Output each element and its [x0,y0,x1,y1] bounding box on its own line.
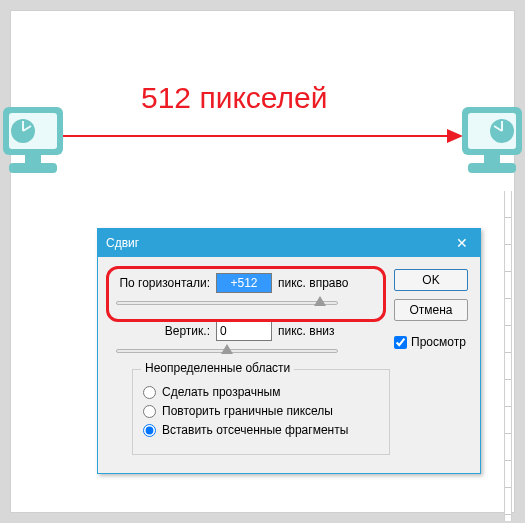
svg-rect-8 [484,155,500,163]
horizontal-input[interactable] [216,273,272,293]
vertical-slider[interactable] [116,345,338,359]
radio-repeat-edge-label: Повторить граничные пикселы [162,404,333,418]
radio-wrap-around[interactable]: Вставить отсеченные фрагменты [143,423,379,437]
horizontal-label: По горизонтали: [110,276,210,290]
radio-transparent-input[interactable] [143,386,156,399]
radio-repeat-edge-input[interactable] [143,405,156,418]
preview-checkbox-row[interactable]: Просмотр [394,335,468,349]
canvas: 512 пикселей Сдвиг ✕ [10,10,515,513]
radio-transparent-label: Сделать прозрачным [162,385,281,399]
vertical-label: Вертик.: [110,324,210,338]
ok-button[interactable]: OK [394,269,468,291]
vertical-unit: пикс. вниз [278,324,334,338]
annotation-text: 512 пикселей [141,81,328,115]
monitor-icon-left [1,101,71,194]
vertical-input[interactable] [216,321,272,341]
cancel-button[interactable]: Отмена [394,299,468,321]
undefined-areas-legend: Неопределенные области [141,361,294,375]
svg-rect-3 [25,155,41,163]
dialog-title: Сдвиг [106,236,139,250]
offset-dialog: Сдвиг ✕ По горизонтали: пикс. вправо Вер… [97,228,481,474]
undefined-areas-group: Неопределенные области Сделать прозрачны… [132,369,390,455]
radio-wrap-around-input[interactable] [143,424,156,437]
dialog-titlebar[interactable]: Сдвиг ✕ [98,229,480,257]
svg-rect-4 [9,163,57,173]
preview-label: Просмотр [411,335,466,349]
arrow [61,129,463,143]
horizontal-unit: пикс. вправо [278,276,348,290]
radio-repeat-edge[interactable]: Повторить граничные пикселы [143,404,379,418]
ruler-right [504,191,512,521]
radio-transparent[interactable]: Сделать прозрачным [143,385,379,399]
svg-rect-9 [468,163,516,173]
horizontal-slider[interactable] [116,297,338,311]
preview-checkbox[interactable] [394,336,407,349]
close-icon[interactable]: ✕ [452,233,472,253]
monitor-icon-right [454,101,524,194]
radio-wrap-around-label: Вставить отсеченные фрагменты [162,423,348,437]
